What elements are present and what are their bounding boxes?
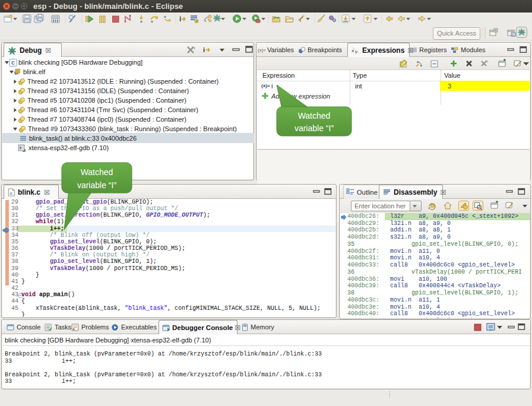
svg-text:i: i	[203, 46, 205, 53]
svg-text:y: y	[354, 49, 358, 54]
svg-text:C: C	[512, 33, 515, 37]
svg-text:c: c	[10, 191, 13, 196]
svg-text:(x)=: (x)=	[258, 47, 266, 53]
svg-text:c: c	[11, 60, 15, 66]
svg-text:i: i	[179, 15, 181, 23]
